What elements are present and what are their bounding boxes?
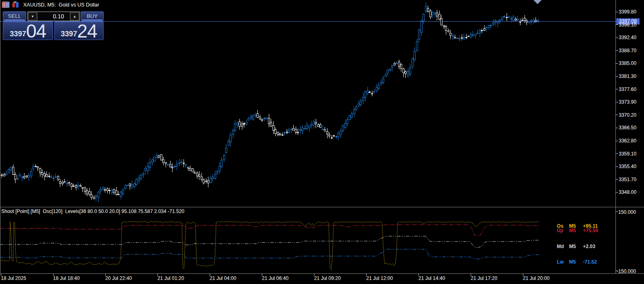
candle-bear (286, 132, 288, 133)
candle-bull (528, 22, 530, 22)
price-tick-label: 3355.40 (619, 164, 636, 169)
candle-bear (73, 186, 75, 186)
candle-bull (100, 189, 102, 191)
price-tick-label: 3392.40 (619, 35, 636, 40)
volume-input[interactable]: 0.10 (38, 12, 70, 20)
candle-bull (77, 185, 79, 186)
candle-bear (91, 195, 93, 197)
time-tick-label: 21 Jul 20:00 (523, 275, 549, 281)
candle-bear (515, 19, 516, 20)
candle-bear (89, 191, 90, 194)
candle-bull (499, 20, 501, 21)
chart-shift-marker-icon (533, 0, 542, 4)
time-tick-label: 18 Jul 2025 (1, 275, 26, 281)
candle-bull (356, 107, 357, 109)
candle-bear (3, 175, 5, 176)
candle-bull (290, 129, 292, 129)
candle-bull (508, 17, 510, 18)
candle-bear (196, 173, 198, 176)
candle-bear (369, 92, 371, 92)
candle-bull (537, 20, 539, 22)
candle-bear (295, 129, 297, 133)
volume-decrease-button[interactable]: ▼ (28, 12, 37, 20)
candle-bear (275, 130, 277, 134)
candle-bull (212, 177, 214, 178)
price-tick (615, 38, 618, 38)
candle-bear (454, 38, 456, 38)
candle-bear (317, 124, 319, 126)
candle-bear (118, 195, 120, 195)
legend-up-name: Up (557, 228, 569, 233)
candle-bull (338, 133, 339, 137)
chart-icon[interactable] (12, 1, 19, 8)
quotes-icon[interactable] (2, 1, 9, 8)
candle-bear (60, 182, 61, 184)
candle-bear (320, 125, 321, 128)
candle-bull (140, 175, 142, 179)
candle-bull (185, 165, 187, 165)
candle-bull (470, 34, 471, 37)
candle-bear (46, 174, 48, 177)
price-tick (615, 63, 618, 64)
candle-bear (15, 174, 16, 179)
candle-bull (517, 20, 519, 20)
price-tick (615, 115, 618, 115)
chart-title: XAUUSD, M5: Gold vs US Dollar (23, 2, 99, 8)
price-tick (615, 24, 618, 25)
candle-bull (167, 164, 169, 165)
candle-bull (28, 175, 30, 177)
candle-bear (93, 197, 95, 199)
candle-bear (438, 14, 440, 20)
candle-bull (409, 68, 411, 74)
buy-price-display[interactable]: 339724 (54, 22, 104, 40)
candle-bear (1, 175, 3, 176)
candle-bear (506, 18, 507, 18)
candle-bull (533, 20, 534, 22)
candle-bull (124, 186, 126, 189)
sell-price-major: 3397 (10, 30, 26, 40)
candle-bull (252, 116, 254, 120)
legend-up-tf: M5 (569, 228, 583, 233)
candle-bear (82, 187, 84, 188)
buy-price-major: 3397 (61, 30, 77, 40)
volume-increase-button[interactable]: ▲ (70, 12, 79, 20)
candle-bear (427, 8, 429, 11)
candle-bear (270, 122, 272, 126)
price-tick-label: 3373.90 (619, 99, 636, 105)
candle-bear (165, 162, 166, 164)
candle-bull (127, 185, 128, 186)
candle-bull (414, 51, 416, 60)
candle-bull (365, 91, 366, 97)
candle-bear (522, 20, 523, 21)
price-tick (615, 192, 618, 193)
candle-bear (35, 166, 36, 166)
time-tick-label: 21 Jul 01:20 (157, 275, 184, 281)
candle-bear (279, 134, 281, 135)
candle-bull (142, 174, 144, 175)
candle-bear (190, 168, 191, 170)
candle-bear (259, 117, 261, 119)
price-tick (615, 12, 618, 12)
time-tick-label: 21 Jul 06:40 (262, 275, 288, 281)
price-tick (615, 166, 618, 167)
time-tick-label: 20 Jul 22:40 (105, 275, 132, 281)
price-tick-label: 3396.10 (619, 22, 636, 28)
os-line (0, 222, 539, 270)
sell-button[interactable]: SELL (3, 11, 26, 21)
chart-indicator-separator[interactable] (0, 207, 644, 207)
indicator-header: Shoot [Point] [M5] Osc[120] Levels[36 80… (1, 209, 184, 214)
sell-price-display[interactable]: 339704 (3, 22, 53, 40)
price-tick (615, 89, 618, 89)
candle-bear (468, 36, 469, 37)
chart-canvas[interactable] (0, 0, 644, 284)
candle-bear (465, 38, 467, 38)
candle-bear (158, 156, 160, 158)
candle-bear (203, 180, 205, 183)
buy-button[interactable]: BUY (81, 11, 104, 21)
candle-bull (472, 35, 474, 35)
candle-bear (106, 189, 108, 191)
candle-bull (302, 128, 303, 131)
candle-bear (443, 25, 445, 27)
candle-bull (344, 124, 346, 127)
candle-bear (201, 177, 202, 179)
